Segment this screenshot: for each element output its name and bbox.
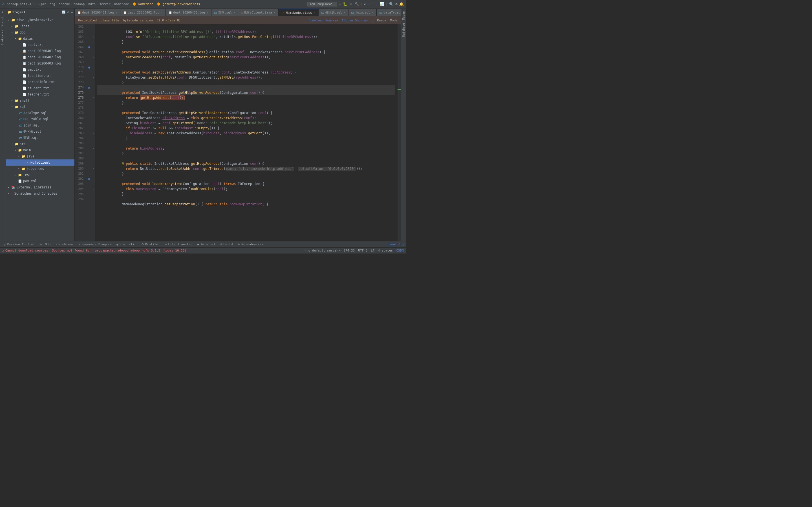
tab-join-sql[interactable]: 🗃 join.sql × <box>349 9 377 16</box>
tab-close-log3[interactable]: × <box>207 11 208 14</box>
breadcrumb-org[interactable]: org <box>50 2 55 6</box>
breadcrumb-namenode-dir[interactable]: namenode <box>114 2 129 6</box>
tab-dept-log3[interactable]: 📋 dept_20200403.log × <box>166 9 211 16</box>
fold-283[interactable]: ▾ <box>92 131 95 136</box>
debug-icon[interactable]: 🐛 <box>343 2 347 6</box>
tree-ddl-sql[interactable]: 🗃 DDL_table.sql <box>6 116 74 122</box>
tab-close-query[interactable]: × <box>234 11 235 14</box>
tree-query-sql[interactable]: 🗃 查询.sql <box>6 135 74 141</box>
tree-personinfo-txt[interactable]: 📄 personInfo.txt <box>6 79 74 85</box>
fold-276[interactable]: ▾ <box>92 95 95 100</box>
tab-datatype-sql[interactable]: 🗃 dataType.sql × <box>377 9 401 16</box>
tab-close-join[interactable]: × <box>372 11 373 14</box>
sync-icon[interactable]: 🔄 <box>62 10 66 14</box>
tree-dept-log3[interactable]: 📋 dept_20200403.log <box>6 60 74 66</box>
tree-teacher-txt[interactable]: 📄 teacher.txt <box>6 91 74 98</box>
tree-resources[interactable]: ▾ 📁 resources <box>6 166 74 172</box>
tree-root-hive[interactable]: ▾ 📁 hive ~/Desktop/hive <box>6 17 74 23</box>
tree-pom-xml[interactable]: 📑 pom.xml <box>6 178 74 184</box>
commit-icon[interactable]: ✔ <box>364 2 366 6</box>
tab-close-partition[interactable]: × <box>344 11 345 14</box>
tab-close-log2[interactable]: × <box>161 11 163 14</box>
fold-264[interactable]: ▾ <box>92 34 95 40</box>
tree-dept-log1[interactable]: 📋 dept_20200401.log <box>6 48 74 54</box>
maven-vtab[interactable]: Maven <box>402 10 405 21</box>
tree-main[interactable]: ▾ 📁 main <box>6 147 74 153</box>
minimap[interactable] <box>398 24 401 241</box>
update-icon[interactable]: ↓ <box>368 2 370 6</box>
settings-icon[interactable]: ⚙ <box>395 2 398 6</box>
tree-student-txt[interactable]: 📄 student.txt <box>6 85 74 91</box>
tab-dept-log1[interactable]: 📋 dept_20200401.log × <box>75 9 120 16</box>
gear-icon[interactable]: ⚙ <box>67 10 69 14</box>
tree-shell[interactable]: ▸ 📁 shell <box>6 98 74 104</box>
tab-dept-log2[interactable]: 📋 dept_20200402.log × <box>120 9 166 16</box>
notifications-icon[interactable]: 🔔 <box>399 2 404 6</box>
add-configuration-button[interactable]: Add Configuration... <box>307 2 337 6</box>
tab-close-namenode[interactable]: × <box>314 11 315 14</box>
fold-272[interactable]: ▾ <box>92 75 95 80</box>
bottom-tab-problems[interactable]: ⚠ Problems <box>53 241 76 247</box>
bottom-tab-sequence[interactable]: ↔ Sequence Diagram <box>77 241 114 247</box>
tab-namenode[interactable]: 🔸 NameNode.class × <box>278 9 319 16</box>
bottom-tab-profiler[interactable]: ⟳ Profiler <box>139 241 162 247</box>
bottom-tab-filetransfer[interactable]: ⇅ File Transfer <box>163 241 195 247</box>
reader-mode-link[interactable]: Reader Mode <box>377 18 398 22</box>
close-panel-icon[interactable]: — <box>71 10 73 14</box>
tree-datatype-sql[interactable]: 🗃 dataType.sql <box>6 110 74 116</box>
tree-hdfsclient[interactable]: 🔸 HdfsClient <box>6 159 74 166</box>
status-server[interactable]: <no default server> <box>305 249 340 252</box>
download-sources-link[interactable]: Download Sources <box>309 18 339 22</box>
status-indent[interactable]: 4 spaces <box>378 249 393 252</box>
bookmarks-vtab[interactable]: Bookmarks <box>1 28 4 47</box>
tab-hdfsclient[interactable]: ☕ HdfsClient.java × <box>238 9 278 16</box>
tree-location-txt[interactable]: 📄 location.txt <box>6 73 74 79</box>
bottom-tab-build[interactable]: ⚙ Build <box>218 241 235 247</box>
tab-query-sql[interactable]: 🗃 查询.sql × <box>211 9 239 16</box>
breadcrumb-hdfs[interactable]: hdfs <box>88 2 96 6</box>
tab-partition-sql[interactable]: 🗃 分区表.sql × <box>319 9 349 16</box>
breadcrumb-apache[interactable]: apache <box>59 2 70 6</box>
bottom-tab-version-control[interactable]: ◎ Version Control <box>2 241 37 247</box>
tree-sql[interactable]: ▾ 📁 sql <box>6 104 74 110</box>
tree-doc[interactable]: ▾ 📁 doc <box>6 29 74 36</box>
breadcrumb-hadoop[interactable]: hadoop <box>73 2 85 6</box>
structure-vtab[interactable]: Structure <box>1 10 4 28</box>
tree-test[interactable]: ▸ 📁 test <box>6 172 74 178</box>
tree-join-sql[interactable]: 🗃 join.sql <box>6 122 74 128</box>
tree-dept-log2[interactable]: 📋 dept_20200402.log <box>6 54 74 60</box>
build-icon[interactable]: 🔨 <box>354 2 359 6</box>
bottom-tab-dependencies[interactable]: ⊞ Dependencies <box>236 241 266 247</box>
stop-icon[interactable]: ⏹ <box>349 2 353 6</box>
fold-290[interactable]: ▾ <box>92 166 95 171</box>
status-linesep[interactable]: LF <box>371 249 374 252</box>
run-icon[interactable]: ▶ <box>339 2 341 6</box>
event-log-link[interactable]: Event Log <box>388 242 404 246</box>
bottom-tab-terminal[interactable]: ▶ Terminal <box>195 241 218 247</box>
tree-external-libs[interactable]: ▸ 📚 External Libraries <box>6 184 74 190</box>
status-csdn[interactable]: CSDN <box>396 249 404 252</box>
breadcrumb-namenode-class[interactable]: 🔶 NameNode <box>133 2 153 6</box>
breadcrumb-method[interactable]: 🔶 getHttpServerAddress <box>157 2 200 6</box>
profile-icon[interactable]: 📊 <box>379 2 384 6</box>
breadcrumb-server[interactable]: server <box>99 2 110 6</box>
status-encoding[interactable]: UTF-8 <box>358 249 367 252</box>
database-vtab[interactable]: Database <box>402 21 405 38</box>
tab-close-log1[interactable]: × <box>116 11 117 14</box>
breadcrumb-jar[interactable]: hadoop-hdfs-3.1.3.jar <box>7 2 46 6</box>
search-icon[interactable]: 🔍 <box>389 2 394 6</box>
tab-close-hdfsclient[interactable]: × <box>274 11 275 14</box>
tree-datas[interactable]: ▾ 📁 datas <box>6 36 74 42</box>
tree-java[interactable]: ▾ 📁 java <box>6 153 74 159</box>
tree-partition-sql[interactable]: 🗃 分区表.sql <box>6 128 74 135</box>
tree-emp-txt[interactable]: 📄 emp.txt <box>6 66 74 73</box>
fold-294[interactable]: ▾ <box>92 186 95 191</box>
tree-dept-txt[interactable]: 📄 dept.txt <box>6 42 74 48</box>
choose-sources-link[interactable]: Choose Sources... <box>342 18 374 22</box>
tree-src[interactable]: ▾ 📁 src <box>6 141 74 147</box>
bottom-tab-statistic[interactable]: ◑ Statistic <box>114 241 139 247</box>
tree-scratches[interactable]: ▸ ✏ Scratches and Consoles <box>6 190 74 196</box>
status-position[interactable]: 274:33 <box>343 249 355 252</box>
push-icon[interactable]: ↑ <box>372 2 374 6</box>
tree-idea[interactable]: ▸ 📁 .idea <box>6 23 74 29</box>
